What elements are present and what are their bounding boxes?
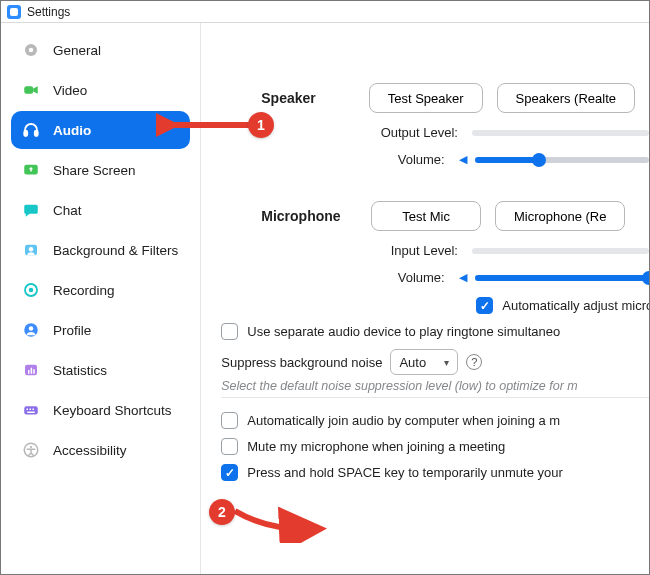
volume-icon: ◀ bbox=[459, 271, 467, 284]
share-screen-icon bbox=[21, 160, 41, 180]
suppress-noise-select[interactable]: Auto ▾ bbox=[390, 349, 458, 375]
sidebar-item-label: Audio bbox=[53, 123, 91, 138]
svg-rect-15 bbox=[33, 369, 35, 374]
output-level-label: Output Level: bbox=[261, 125, 458, 140]
background-icon bbox=[21, 240, 41, 260]
microphone-section-label: Microphone bbox=[261, 208, 371, 224]
sidebar-item-label: Keyboard Shortcuts bbox=[53, 403, 172, 418]
chat-icon bbox=[21, 200, 41, 220]
svg-rect-20 bbox=[27, 412, 35, 414]
volume-icon: ◀ bbox=[459, 153, 467, 166]
mic-device-select[interactable]: Microphone (Re bbox=[495, 201, 626, 231]
test-speaker-button[interactable]: Test Speaker bbox=[369, 83, 483, 113]
mic-volume-slider[interactable] bbox=[475, 275, 649, 281]
sidebar-item-share-screen[interactable]: Share Screen bbox=[11, 151, 190, 189]
sidebar-item-chat[interactable]: Chat bbox=[11, 191, 190, 229]
svg-rect-19 bbox=[33, 409, 35, 411]
svg-point-22 bbox=[30, 446, 32, 448]
auto-adjust-mic-checkbox[interactable]: ✓ bbox=[476, 297, 493, 314]
sidebar-item-background-filters[interactable]: Background & Filters bbox=[11, 231, 190, 269]
video-icon bbox=[21, 80, 41, 100]
speaker-volume-slider[interactable] bbox=[475, 157, 649, 163]
svg-point-11 bbox=[29, 326, 34, 331]
svg-point-1 bbox=[29, 48, 34, 53]
space-unmute-label: Press and hold SPACE key to temporarily … bbox=[247, 465, 563, 480]
sidebar-item-profile[interactable]: Profile bbox=[11, 311, 190, 349]
speaker-output-level-meter bbox=[472, 130, 649, 136]
headphones-icon bbox=[21, 120, 41, 140]
help-icon[interactable]: ? bbox=[466, 354, 482, 370]
keyboard-icon bbox=[21, 400, 41, 420]
svg-rect-2 bbox=[24, 86, 33, 94]
noise-hint-text: Select the default noise suppression lev… bbox=[221, 379, 649, 398]
sidebar-item-statistics[interactable]: Statistics bbox=[11, 351, 190, 389]
sidebar-item-label: Share Screen bbox=[53, 163, 136, 178]
mic-input-level-meter bbox=[472, 248, 649, 254]
sidebar-item-label: Profile bbox=[53, 323, 91, 338]
input-level-label: Input Level: bbox=[261, 243, 458, 258]
space-unmute-checkbox[interactable]: ✓ bbox=[221, 464, 238, 481]
test-mic-button[interactable]: Test Mic bbox=[371, 201, 481, 231]
sidebar-item-general[interactable]: General bbox=[11, 31, 190, 69]
sidebar-item-label: General bbox=[53, 43, 101, 58]
suppress-noise-value: Auto bbox=[399, 355, 426, 370]
window-title: Settings bbox=[27, 5, 70, 19]
separate-ringtone-label: Use separate audio device to play ringto… bbox=[247, 324, 560, 339]
svg-rect-13 bbox=[28, 370, 30, 374]
statistics-icon bbox=[21, 360, 41, 380]
sidebar-item-label: Accessibility bbox=[53, 443, 127, 458]
auto-join-audio-label: Automatically join audio by computer whe… bbox=[247, 413, 560, 428]
profile-icon bbox=[21, 320, 41, 340]
chevron-down-icon: ▾ bbox=[444, 357, 449, 368]
accessibility-icon bbox=[21, 440, 41, 460]
mute-on-join-label: Mute my microphone when joining a meetin… bbox=[247, 439, 505, 454]
annotation-callout-1: 1 bbox=[248, 112, 274, 138]
suppress-noise-label: Suppress background noise bbox=[221, 355, 382, 370]
svg-rect-17 bbox=[27, 409, 29, 411]
mic-volume-label: Volume: bbox=[261, 270, 444, 285]
svg-rect-4 bbox=[35, 131, 38, 136]
sidebar-item-video[interactable]: Video bbox=[11, 71, 190, 109]
svg-rect-16 bbox=[24, 406, 38, 414]
mute-on-join-checkbox[interactable] bbox=[221, 438, 238, 455]
svg-rect-18 bbox=[30, 409, 32, 411]
auto-adjust-mic-label: Automatically adjust microphone volume bbox=[502, 298, 649, 313]
sidebar-item-accessibility[interactable]: Accessibility bbox=[11, 431, 190, 469]
speaker-volume-label: Volume: bbox=[261, 152, 444, 167]
separate-ringtone-checkbox[interactable] bbox=[221, 323, 238, 340]
sidebar-item-label: Recording bbox=[53, 283, 115, 298]
sidebar: General Video Audio Share Screen Chat bbox=[1, 23, 201, 574]
svg-rect-3 bbox=[24, 131, 27, 136]
annotation-callout-2: 2 bbox=[209, 499, 235, 525]
speaker-device-select[interactable]: Speakers (Realte bbox=[497, 83, 635, 113]
sidebar-item-label: Statistics bbox=[53, 363, 107, 378]
sidebar-item-keyboard-shortcuts[interactable]: Keyboard Shortcuts bbox=[11, 391, 190, 429]
svg-point-7 bbox=[29, 247, 34, 252]
titlebar: Settings bbox=[1, 1, 649, 23]
audio-settings-panel: Speaker Test Speaker Speakers (Realte Ou… bbox=[201, 23, 649, 574]
sidebar-item-label: Chat bbox=[53, 203, 82, 218]
app-icon bbox=[7, 5, 21, 19]
sidebar-item-audio[interactable]: Audio bbox=[11, 111, 190, 149]
sidebar-item-recording[interactable]: Recording bbox=[11, 271, 190, 309]
svg-rect-14 bbox=[31, 368, 33, 374]
svg-point-9 bbox=[29, 288, 34, 293]
gear-icon bbox=[21, 40, 41, 60]
sidebar-item-label: Background & Filters bbox=[53, 243, 178, 258]
speaker-section-label: Speaker bbox=[261, 90, 368, 106]
sidebar-item-label: Video bbox=[53, 83, 87, 98]
recording-icon bbox=[21, 280, 41, 300]
auto-join-audio-checkbox[interactable] bbox=[221, 412, 238, 429]
